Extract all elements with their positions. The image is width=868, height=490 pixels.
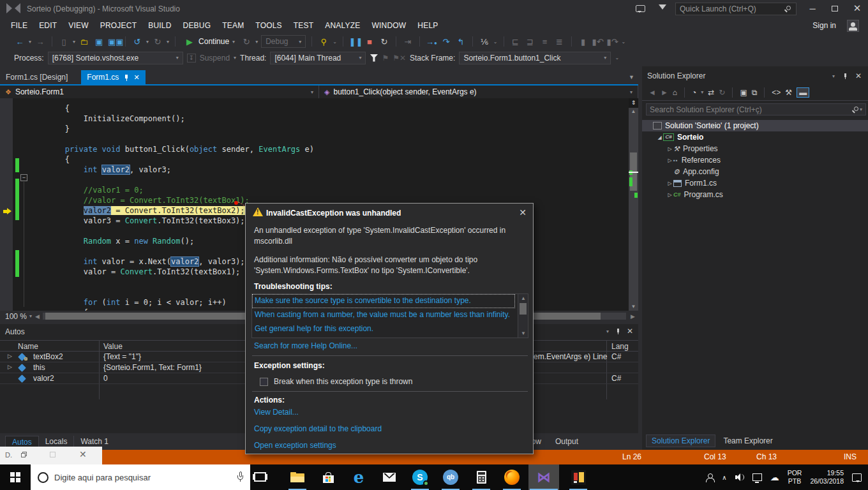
filter-threads-icon[interactable] — [370, 54, 378, 62]
editor-vertical-scrollbar[interactable]: ⇕ ▲ ▼ — [629, 98, 638, 311]
tree-item-properties[interactable]: ▷⚒Properties — [642, 143, 868, 154]
expand-icon[interactable]: ▷ — [666, 158, 673, 163]
back-dropdown[interactable]: ▾ — [29, 39, 31, 45]
expand-icon[interactable]: ▷ — [666, 146, 673, 152]
minimize-button[interactable]: ─ — [803, 0, 822, 17]
stop-debugging-icon[interactable]: ■ — [364, 37, 375, 47]
restore-icon[interactable] — [21, 452, 27, 457]
open-file-icon[interactable]: 🗀 — [79, 37, 90, 47]
outdent-icon[interactable]: ⊒ — [525, 37, 536, 47]
pin-icon[interactable] — [615, 329, 620, 334]
panel-tab-autos[interactable]: Autos — [5, 436, 39, 448]
tree-item-app-config[interactable]: ⚙App.config — [642, 166, 868, 177]
tree-item-solution-sorteio-1-project-[interactable]: Solution 'Sorteio' (1 project) — [642, 120, 868, 131]
background-window-fragment[interactable]: D. ✕ — [0, 447, 102, 464]
skype-icon[interactable]: S — [406, 464, 434, 490]
preview-selected-icon[interactable]: ⧉ — [752, 88, 758, 97]
action-link[interactable]: View Detail... — [254, 408, 522, 417]
scroll-down-icon[interactable]: ▼ — [518, 330, 528, 336]
network-icon[interactable] — [752, 473, 762, 481]
tree-item-sorteio[interactable]: ◢C#Sorteio — [642, 131, 868, 143]
mail-icon[interactable] — [375, 464, 403, 490]
break-all-icon[interactable]: ❚❚ — [349, 37, 361, 47]
menu-analyze[interactable]: ANALYZE — [319, 19, 366, 33]
explorer-tab-team-explorer[interactable]: Team Explorer — [718, 435, 777, 447]
bookmark-icon[interactable]: ▮ — [578, 37, 589, 47]
collapse-all-icon[interactable]: ▣ — [740, 88, 747, 97]
menu-team[interactable]: TEAM — [216, 19, 250, 33]
new-file-icon[interactable]: ▯ — [58, 37, 70, 47]
suspend-label[interactable]: Suspend — [200, 54, 230, 63]
break-when-thrown-checkbox[interactable] — [260, 378, 268, 386]
find-in-files-icon[interactable]: ⚲ — [318, 37, 329, 47]
sign-in-link[interactable]: Sign in — [812, 21, 836, 30]
dialog-close-icon[interactable]: ✕ — [519, 207, 527, 218]
call-stack-row[interactable] — [534, 362, 638, 373]
volume-icon[interactable] — [735, 473, 744, 481]
people-icon[interactable] — [706, 473, 714, 482]
view-code-icon[interactable]: <> — [772, 88, 781, 97]
scroll-up-icon[interactable]: ▲ — [629, 108, 638, 114]
uncomment-icon[interactable]: ≣ — [554, 37, 565, 47]
toolbar-overflow[interactable]: ⌄ — [333, 39, 337, 45]
refresh-icon[interactable]: ↻ — [719, 88, 725, 97]
flag-threads-icon[interactable]: ⚑ — [382, 54, 389, 63]
menu-tools[interactable]: TOOLS — [250, 19, 287, 33]
solution-config-combo[interactable]: Debug▾ — [261, 35, 306, 48]
tree-item-form1-cs[interactable]: ▷Form1.cs — [642, 177, 868, 189]
scroll-down-icon[interactable]: ▼ — [629, 304, 638, 309]
internet-explorer-icon[interactable]: e — [345, 464, 373, 490]
home-icon[interactable]: ⌂ — [673, 88, 677, 97]
expand-icon[interactable]: ▷ — [666, 181, 673, 186]
undo-dropdown[interactable]: ▾ — [146, 39, 149, 45]
expand-icon[interactable]: ◢ — [656, 135, 663, 140]
step-over-icon[interactable]: ↷ — [440, 37, 452, 47]
color-blocks-app-icon[interactable] — [564, 464, 592, 490]
show-all-files-icon[interactable]: ▬ — [797, 87, 809, 98]
call-stack-row[interactable]: C# — [534, 373, 638, 384]
restart-debugging-icon[interactable]: ↻ — [378, 37, 390, 47]
hex-display-icon[interactable]: ⅙ — [479, 37, 490, 47]
explorer-tab-solution-explorer[interactable]: Solution Explorer — [646, 434, 715, 447]
hidden-icons-chevron[interactable]: ∧ — [722, 474, 726, 481]
code-line[interactable]: InitializeComponent(); — [28, 114, 314, 124]
pin-icon[interactable] — [842, 73, 848, 78]
expand-icon[interactable]: ▷ — [666, 192, 673, 198]
panel-tab-watch-1[interactable]: Watch 1 — [74, 436, 115, 447]
tab-well-dropdown-icon[interactable]: ▼ — [629, 74, 634, 80]
redo-dropdown[interactable]: ▾ — [167, 39, 169, 45]
code-line[interactable] — [28, 134, 314, 144]
splitter-icon[interactable]: ⇕ — [629, 98, 638, 108]
close-icon[interactable]: ✕ — [79, 449, 87, 459]
tree-item-program-cs[interactable]: ▷C#Program.cs — [642, 189, 868, 200]
notifications-filter-icon[interactable] — [659, 4, 666, 10]
action-center-icon[interactable] — [852, 473, 862, 482]
process-combo[interactable]: [6768] Sorteio.vshost.exe▾ — [48, 52, 183, 64]
expand-icon[interactable]: ▷ — [8, 364, 12, 370]
redo-icon[interactable]: ↻ — [152, 37, 163, 47]
search-help-online-link[interactable]: Search for more Help Online... — [254, 341, 357, 350]
next-bookmark-icon[interactable]: ▮↷ — [607, 37, 618, 47]
calculator-icon[interactable] — [467, 464, 495, 490]
window-position-icon[interactable]: ▾ — [832, 73, 835, 79]
member-dropdown[interactable]: ◈ button1_Click(object sender, EventArgs… — [319, 85, 638, 98]
properties-icon[interactable]: ⚒ — [785, 88, 792, 97]
task-view-icon[interactable] — [254, 472, 266, 482]
clock[interactable]: 19:5526/03/2018 — [810, 469, 844, 486]
troubleshooting-tip-link[interactable]: Make sure the source type is convertible… — [252, 294, 515, 308]
type-dropdown[interactable]: ❖ Sorteio.Form1 ▾ — [0, 85, 319, 98]
code-line[interactable] — [28, 175, 314, 185]
undo-icon[interactable]: ↺ — [131, 37, 143, 47]
tab-output[interactable]: Output — [555, 437, 578, 446]
scroll-up-icon[interactable]: ▲ — [518, 295, 528, 301]
tab-form1-cs[interactable]: Form1.cs ✕ — [81, 70, 145, 84]
window-position-icon[interactable]: ▾ — [606, 329, 609, 334]
troubleshooting-tip-link[interactable]: Get general help for this exception. — [252, 322, 515, 336]
maximize-button[interactable] — [825, 0, 844, 17]
onedrive-icon[interactable]: ☁ — [770, 472, 779, 482]
lang-column-header[interactable]: Lang — [611, 342, 629, 351]
language-indicator[interactable]: PORPTB — [788, 469, 802, 486]
quick-launch-input[interactable]: Quick Launch (Ctrl+Q) — [675, 3, 797, 15]
menu-project[interactable]: PROJECT — [94, 19, 142, 33]
scroll-right-icon[interactable]: ▶ — [627, 313, 638, 320]
